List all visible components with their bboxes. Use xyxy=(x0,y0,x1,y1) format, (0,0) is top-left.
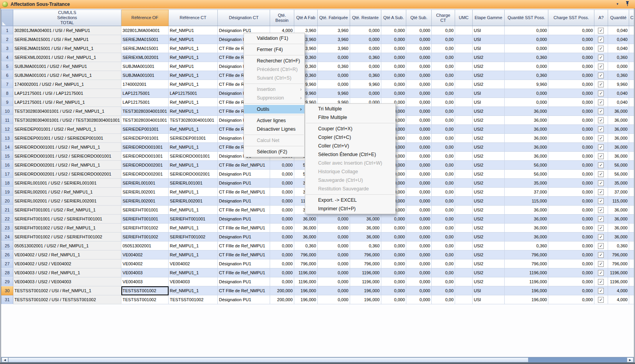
cell-besoin[interactable]: 0,000 xyxy=(270,161,294,170)
cell-a_sub[interactable]: 0,000 xyxy=(381,233,406,241)
cell-etape[interactable]: USI2 xyxy=(472,224,504,233)
a-checkbox[interactable]: ✓ xyxy=(598,189,604,195)
cell-cumuls[interactable]: 1740002001 / USI2 / Ref_NMPU1_1 xyxy=(13,80,121,89)
cell-qte_sst[interactable]: 0,000 xyxy=(504,89,548,98)
cell-ref_ct[interactable]: Ref_NMPU1_1 xyxy=(169,206,218,215)
cell-qte_sst[interactable]: 0,360 xyxy=(504,241,548,250)
cell-quantite[interactable]: 36,000 xyxy=(608,206,629,215)
cell-ref_of[interactable]: 302801JMA004001 xyxy=(121,26,169,35)
cell-charge_ct[interactable]: 0,00 xyxy=(432,197,455,206)
cell-fabriquee[interactable]: 9,960 xyxy=(317,89,350,98)
cell-qte_sst[interactable]: 36,000 xyxy=(504,152,548,161)
cell-cumuls[interactable]: TESTSST001002 / USI / Ref_NMPU1_1 xyxy=(13,286,121,295)
cell-ref_of[interactable]: SERIEFHT001002 xyxy=(121,224,169,233)
cell-ref_of[interactable]: TEST30280304001001 xyxy=(121,107,169,116)
cell-charge_sst[interactable]: 0,000 xyxy=(548,44,594,53)
cell-cumuls[interactable]: TEST30280304001001 / USI2 / TEST30280304… xyxy=(13,116,121,125)
cell-a[interactable]: ✓ xyxy=(594,268,608,277)
cell-designation[interactable]: CT FIlle de Ref_NMPU1 xyxy=(218,268,270,277)
cell-quantite[interactable]: 1196,000 xyxy=(608,277,629,286)
cell-cumuls[interactable]: SERIERL002001 / USI2 / SERIERL002001 xyxy=(13,197,121,206)
cell-etape[interactable]: USI2 xyxy=(472,80,504,89)
a-checkbox[interactable]: ✓ xyxy=(598,225,604,231)
cell-num[interactable]: 7 xyxy=(2,80,13,89)
cell-charge_sst[interactable]: 0,000 xyxy=(548,125,594,134)
cell-qte_sst[interactable]: 196,000 xyxy=(504,286,548,295)
cell-cumuls[interactable]: SERIEORDO001001 / USI2 / SERIEORDO001001 xyxy=(13,152,121,161)
cell-charge_sst[interactable]: 0,000 xyxy=(548,35,594,44)
cell-designation[interactable]: Désignation PU1 xyxy=(218,179,270,188)
cell-a_sub[interactable]: 0,000 xyxy=(381,44,406,53)
cell-ref_ct[interactable]: Ref_NMPU1_1 xyxy=(169,161,218,170)
cell-quantite[interactable]: 0,040 xyxy=(608,35,629,44)
cell-ref_of[interactable]: SERIEFHT001001 xyxy=(121,206,169,215)
cell-a_sub[interactable]: 0,000 xyxy=(381,71,406,80)
cell-fabriquee[interactable]: 0,000 xyxy=(317,250,350,259)
cell-a[interactable]: ✓ xyxy=(594,241,608,250)
cell-a[interactable]: ✓ xyxy=(594,277,608,286)
cell-besoin[interactable]: 0,000 xyxy=(270,197,294,206)
cell-umc[interactable] xyxy=(455,268,473,277)
cell-num[interactable]: 21 xyxy=(2,206,13,215)
cell-num[interactable]: 13 xyxy=(2,134,13,143)
col-header-ref_ct[interactable]: Référence CT xyxy=(169,10,218,26)
cell-a_fab[interactable]: 1196,000 xyxy=(294,277,317,286)
cell-besoin[interactable]: 0,000 xyxy=(270,215,294,224)
cell-ref_ct[interactable]: TESTSST001002 xyxy=(169,295,218,304)
cell-umc[interactable] xyxy=(455,250,473,259)
cell-sub[interactable]: 0,000 xyxy=(406,89,432,98)
cell-restante[interactable]: 9,960 xyxy=(350,80,381,89)
cell-besoin[interactable]: 0,000 xyxy=(270,224,294,233)
cell-sub[interactable]: 0,000 xyxy=(406,188,432,197)
cell-fabriquee[interactable]: 0,000 xyxy=(317,71,350,80)
cell-quantite[interactable]: 796,000 xyxy=(608,259,629,268)
cell-a[interactable]: ✓ xyxy=(594,233,608,241)
cell-ref_of[interactable]: SUBJMA001001 xyxy=(121,71,169,80)
a-checkbox[interactable]: ✓ xyxy=(598,243,604,249)
cell-quantite[interactable]: 0,360 xyxy=(608,71,629,80)
cell-qte_sst[interactable]: 36,000 xyxy=(504,215,548,224)
cell-cumuls[interactable]: SERIEORDO002001 / USI2 / SERIEORDO002001 xyxy=(13,170,121,179)
cell-cumuls[interactable]: SUBJMA001001 / USI2 / Ref_NMPU1 xyxy=(13,62,121,71)
cell-ref_ct[interactable]: Ref_NMPU1_1 xyxy=(169,125,218,134)
cell-charge_sst[interactable]: 0,000 xyxy=(548,197,594,206)
cell-etape[interactable]: USI2 xyxy=(472,259,504,268)
cell-designation[interactable]: Désignation PU1 xyxy=(218,277,270,286)
cell-charge_sst[interactable]: 0,000 xyxy=(548,233,594,241)
cell-etape[interactable]: USI2 xyxy=(472,71,504,80)
cell-qte_sst[interactable]: 0,000 xyxy=(504,35,548,44)
cell-sub[interactable]: 0,000 xyxy=(406,125,432,134)
cell-a_sub[interactable]: 0,000 xyxy=(381,35,406,44)
menu-item-outils[interactable]: Outils› xyxy=(244,105,304,114)
menu-item-validation[interactable]: Validation (F1) xyxy=(244,34,304,43)
col-header-a[interactable]: A? xyxy=(594,10,608,26)
cell-designation[interactable]: CT FIlle de Ref_NMPU1 xyxy=(218,161,270,170)
a-checkbox[interactable]: ✓ xyxy=(598,82,604,87)
a-checkbox[interactable]: ✓ xyxy=(598,297,604,303)
cell-charge_sst[interactable]: 0,000 xyxy=(548,116,594,125)
cell-etape[interactable]: USI2 xyxy=(472,233,504,241)
cell-quantite[interactable]: 56,000 xyxy=(608,161,629,170)
cell-cumuls[interactable]: SUBJMA001001 / USI2 / Ref_NMPU1_1 xyxy=(13,71,121,80)
cell-quantite[interactable]: 36,000 xyxy=(608,125,629,134)
cell-umc[interactable] xyxy=(455,188,473,197)
cell-restante[interactable]: 796,000 xyxy=(350,250,381,259)
cell-cumuls[interactable]: SERIEDEP001001 / USI2 / SERIEDEP001001 xyxy=(13,134,121,143)
cell-a[interactable]: ✓ xyxy=(594,250,608,259)
menu-item-activer-lignes[interactable]: Activer lignes xyxy=(244,116,304,125)
cell-charge_ct[interactable]: 0,00 xyxy=(432,241,455,250)
cell-charge_ct[interactable]: 0,00 xyxy=(432,62,455,71)
cell-num[interactable]: 31 xyxy=(2,295,13,304)
cell-num[interactable]: 10 xyxy=(2,107,13,116)
a-checkbox[interactable]: ✓ xyxy=(598,73,604,78)
cell-etape[interactable]: USI2 xyxy=(472,116,504,125)
cell-charge_ct[interactable]: 0,00 xyxy=(432,277,455,286)
cell-besoin[interactable]: 0,000 xyxy=(270,206,294,215)
cell-qte_sst[interactable]: 36,000 xyxy=(504,206,548,215)
cell-charge_sst[interactable]: 0,000 xyxy=(548,250,594,259)
cell-quantite[interactable]: 36,000 xyxy=(608,107,629,116)
cell-sub[interactable]: 0,000 xyxy=(406,134,432,143)
cell-quantite[interactable]: 36,000 xyxy=(608,233,629,241)
cell-ref_ct[interactable]: VE004002 xyxy=(169,259,218,268)
cell-a[interactable]: ✓ xyxy=(594,286,608,295)
